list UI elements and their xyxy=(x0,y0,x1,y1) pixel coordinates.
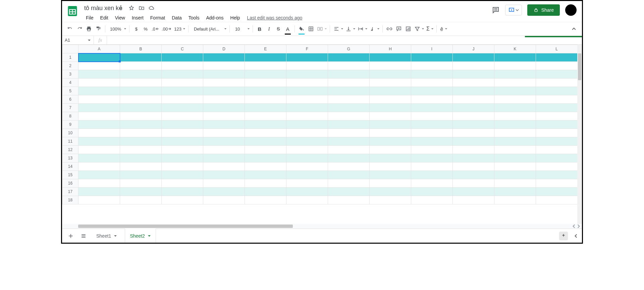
filter-dropdown[interactable] xyxy=(413,24,425,34)
cell[interactable] xyxy=(370,188,411,196)
cell[interactable] xyxy=(536,62,578,70)
cell[interactable] xyxy=(411,162,453,171)
zoom-dropdown[interactable]: 100% xyxy=(107,24,127,34)
cell[interactable] xyxy=(78,87,120,95)
row-header[interactable]: 11 xyxy=(62,137,78,146)
cell[interactable] xyxy=(245,70,286,79)
cell[interactable] xyxy=(411,137,453,146)
column-header[interactable]: J xyxy=(453,45,494,53)
cell[interactable] xyxy=(120,146,162,154)
cell[interactable] xyxy=(203,129,245,137)
functions-dropdown[interactable]: Σ xyxy=(425,24,434,34)
cell[interactable] xyxy=(370,129,411,137)
row-header[interactable]: 4 xyxy=(62,79,78,87)
cell[interactable] xyxy=(245,79,286,87)
cell[interactable] xyxy=(536,70,578,79)
cell[interactable] xyxy=(203,79,245,87)
cell[interactable] xyxy=(245,196,286,204)
cell[interactable] xyxy=(494,53,536,62)
cell[interactable] xyxy=(370,154,411,162)
side-panel-toggle-icon[interactable] xyxy=(574,234,578,238)
cell[interactable] xyxy=(245,112,286,120)
cell[interactable] xyxy=(162,120,203,129)
cell[interactable] xyxy=(120,79,162,87)
cell[interactable] xyxy=(370,179,411,188)
cell[interactable] xyxy=(536,196,578,204)
cell[interactable] xyxy=(370,171,411,179)
move-icon[interactable] xyxy=(139,5,145,11)
cell[interactable] xyxy=(162,104,203,112)
row-header[interactable]: 7 xyxy=(62,104,78,112)
text-color-button[interactable]: A xyxy=(283,24,292,34)
cell[interactable] xyxy=(411,179,453,188)
format-currency-button[interactable]: $ xyxy=(131,24,141,34)
row-header[interactable]: 17 xyxy=(62,188,78,196)
cell[interactable] xyxy=(286,162,328,171)
cell[interactable] xyxy=(370,53,411,62)
document-title[interactable]: tô màu xen kẻ xyxy=(83,4,124,12)
cell[interactable] xyxy=(411,129,453,137)
cell[interactable] xyxy=(370,146,411,154)
merge-cells-dropdown[interactable] xyxy=(316,24,328,34)
column-header[interactable]: C xyxy=(162,45,203,53)
text-wrap-dropdown[interactable] xyxy=(356,24,368,34)
column-header[interactable]: G xyxy=(328,45,370,53)
cell[interactable] xyxy=(328,112,370,120)
redo-icon[interactable] xyxy=(75,24,84,34)
cell[interactable] xyxy=(536,120,578,129)
cell[interactable] xyxy=(453,79,494,87)
row-header[interactable]: 16 xyxy=(62,179,78,188)
cell[interactable] xyxy=(78,112,120,120)
row-header[interactable]: 5 xyxy=(62,87,78,95)
last-edit-link[interactable]: Last edit was seconds ago xyxy=(247,15,302,20)
cell[interactable] xyxy=(78,70,120,79)
font-dropdown[interactable]: Default (Ari... xyxy=(191,24,227,34)
insert-link-button[interactable] xyxy=(385,24,394,34)
cell[interactable] xyxy=(494,87,536,95)
cell[interactable] xyxy=(245,137,286,146)
cell[interactable] xyxy=(536,112,578,120)
cell[interactable] xyxy=(536,95,578,104)
cell[interactable] xyxy=(203,146,245,154)
cell[interactable] xyxy=(411,87,453,95)
cell[interactable] xyxy=(370,79,411,87)
cell[interactable] xyxy=(286,87,328,95)
column-header[interactable]: A xyxy=(78,45,120,53)
bold-button[interactable]: B xyxy=(255,24,264,34)
cell[interactable] xyxy=(328,196,370,204)
cell[interactable] xyxy=(245,95,286,104)
cell[interactable] xyxy=(453,87,494,95)
cell[interactable] xyxy=(494,154,536,162)
cell[interactable] xyxy=(328,79,370,87)
print-icon[interactable] xyxy=(84,24,94,34)
input-tools-dropdown[interactable]: ê xyxy=(439,24,448,34)
row-header[interactable]: 6 xyxy=(62,95,78,104)
cell[interactable] xyxy=(453,104,494,112)
column-header[interactable]: H xyxy=(370,45,411,53)
fill-color-button[interactable] xyxy=(297,24,306,34)
cell[interactable] xyxy=(411,95,453,104)
cell[interactable] xyxy=(453,70,494,79)
cell[interactable] xyxy=(162,87,203,95)
select-all-corner[interactable] xyxy=(62,45,78,53)
cell[interactable] xyxy=(245,162,286,171)
cell[interactable] xyxy=(162,196,203,204)
cell[interactable] xyxy=(286,188,328,196)
horizontal-align-dropdown[interactable] xyxy=(332,24,344,34)
cell[interactable] xyxy=(370,120,411,129)
spreadsheet-grid[interactable]: ABCDEFGHIJKL123456789101112131415161718 xyxy=(62,45,578,204)
cell[interactable] xyxy=(203,87,245,95)
cell[interactable] xyxy=(78,62,120,70)
cell[interactable] xyxy=(328,129,370,137)
cell[interactable] xyxy=(494,120,536,129)
cell[interactable] xyxy=(120,171,162,179)
cell[interactable] xyxy=(453,188,494,196)
cell[interactable] xyxy=(286,112,328,120)
tab-sheet2[interactable]: Sheet2 xyxy=(125,229,155,243)
increase-decimal-button[interactable]: .00 xyxy=(160,24,173,34)
cell[interactable] xyxy=(78,129,120,137)
cell[interactable] xyxy=(494,95,536,104)
column-header[interactable]: E xyxy=(245,45,286,53)
cell[interactable] xyxy=(536,171,578,179)
row-header[interactable]: 8 xyxy=(62,112,78,120)
